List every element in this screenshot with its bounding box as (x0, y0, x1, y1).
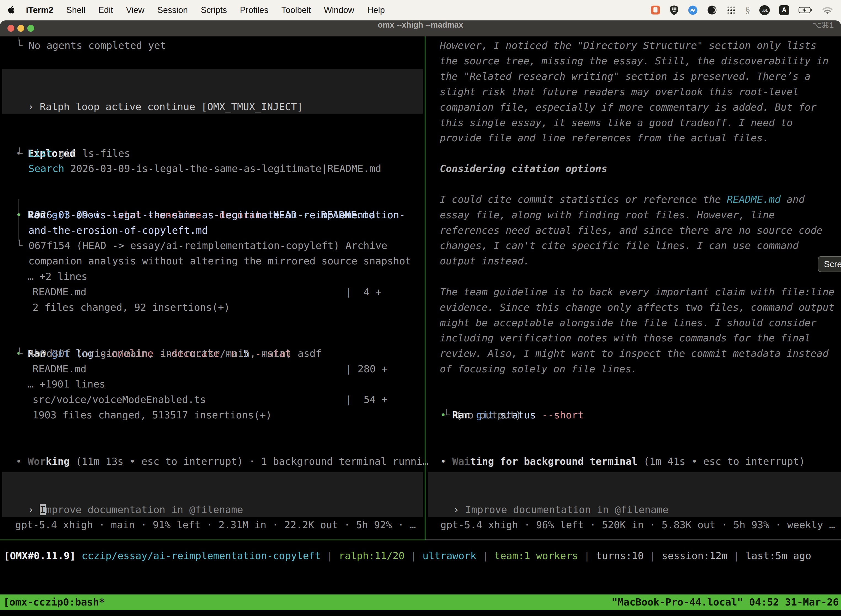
git-show-output-line-2: companion analysis without altering the … (28, 253, 411, 269)
window-shortcut-badge: ⌥⌘1 (812, 21, 834, 30)
git-show-arg-line-2: and-the-erosion-of-copyleft.md (28, 223, 208, 238)
menu-item-iterm2[interactable]: iTerm2 (26, 5, 53, 15)
thinking-para2-line5: output instead. (440, 253, 529, 269)
git-show-arg-line-1: 2026-03-09-is-legal-the-same-as-legitima… (28, 207, 405, 223)
chevron-icon: › (28, 101, 40, 112)
left-model-status-line: gpt-5.4 xhigh · main · 91% left · 2.31M … (15, 517, 416, 532)
right-model-status-line: gpt-5.4 xhigh · 96% left · 520K in · 5.8… (440, 517, 835, 532)
thinking-para1-line2: the source tree, missing the essay. Stil… (440, 53, 829, 69)
git-log-stat-count: | 280 + (346, 361, 388, 377)
inject-banner-text: Ralph loop active continue [OMX_TMUX_INJ… (40, 101, 303, 112)
thinking-para3-line4: including verification notes with those … (440, 330, 811, 346)
dark-crescent-icon[interactable] (707, 5, 717, 15)
thinking-para1-line7: provide file and line references from th… (440, 130, 769, 146)
explored-search-line: Search 2026-03-09-is-legal-the-same-as-l… (28, 161, 381, 176)
git-show-more-lines[interactable]: … +2 lines (28, 269, 88, 284)
omx-status-bar: [OMX#0.11.9] cczip/essay/ai-reimplementa… (4, 548, 811, 563)
git-log-stat-file-2: src/voice/voiceModeEnabled.ts (32, 392, 206, 407)
text-cursor: I (40, 504, 46, 515)
working-status-line: • Working (11m 13s • esc to interrupt) ·… (4, 438, 428, 469)
right-prompt-input[interactable]: › Improve documentation in @filename (428, 472, 841, 517)
thinking-para1-line5: companion file, especially if more comme… (440, 100, 816, 115)
waiting-label-bright: ting for background terminal (470, 456, 638, 467)
tmux-status-bar: [omx-cczip0:bash* "MacBook-Pro-44.local"… (0, 594, 841, 610)
right-pane-border (425, 540, 841, 540)
thinking-para2-line4: changes, I can't cite specific file line… (440, 238, 799, 253)
working-label-bright: king (46, 456, 70, 467)
thinking-para3-line3: might be acceptable alongside the file l… (440, 315, 816, 331)
thinking-para2-line2: essay file, along with finding root file… (440, 207, 775, 223)
thinking-para1-line1: However, I noticed the "Directory Struct… (440, 38, 816, 53)
menu-item-edit[interactable]: Edit (98, 5, 113, 15)
thinking-para2-line3: references need actual files, and since … (440, 223, 822, 238)
thinking-para3-line2: evidence. Since this change only affects… (440, 300, 834, 315)
git-show-stat-count: | 4 + (346, 284, 382, 300)
badge-61-icon[interactable]: ..61 (759, 5, 770, 15)
git-show-stat-file: README.md (32, 284, 86, 300)
waiting-label-dim: Wai (452, 456, 470, 467)
git-status-output: └ (no output) (444, 407, 522, 423)
working-detail: (11m 13s • esc to interrupt) · 1 backgro… (70, 456, 428, 467)
tmux-host-clock: "MacBook-Pro-44.local" 04:52 31-Mar-26 (611, 594, 839, 610)
thinking-para3-line5: review. Also, I might want to inspect th… (440, 346, 829, 361)
thinking-para2-line1: I could cite commit statistics or refere… (440, 192, 804, 207)
no-agents-line: └ No agents completed yet (16, 38, 166, 53)
menu-item-window[interactable]: Window (324, 5, 354, 15)
waiting-detail: (1m 41s • esc to interrupt) (638, 456, 805, 467)
screen-share-button[interactable]: Scre (818, 256, 841, 272)
dots-grid-icon[interactable] (726, 5, 736, 15)
shield-grid-icon[interactable] (670, 5, 678, 15)
left-prompt-input[interactable]: › Improve documentation in @filename (2, 472, 423, 517)
thinking-para1-line4: slight risk that future readers may over… (440, 84, 799, 100)
screen-share-label: Scre (824, 259, 841, 269)
prompt-chevron-icon: › (453, 504, 465, 515)
menu-items: iTerm2 Shell Edit View Session Scripts P… (26, 5, 385, 15)
thinking-para1-line6: this single essay, it seems like a good … (440, 115, 793, 131)
macos-menu-bar: iTerm2 Shell Edit View Session Scripts P… (0, 0, 841, 21)
wifi-icon[interactable] (822, 6, 833, 15)
explored-list-line: └ List git ls-files (16, 146, 130, 161)
git-log-stat-count-2: | 54 + (346, 392, 388, 407)
waiting-status-line: • Waiting for background terminal (1m 41… (428, 438, 805, 469)
menu-item-profiles[interactable]: Profiles (240, 5, 268, 15)
pane-divider[interactable] (425, 37, 425, 540)
tmux-session-label[interactable]: [omx-cczip0:bash* (3, 594, 105, 610)
git-log-stat-file: README.md (32, 361, 86, 377)
git-show-summary: 2 files changed, 92 insertions(+) (32, 300, 230, 315)
inject-banner: › Ralph loop active continue [OMX_TMUX_I… (2, 69, 423, 114)
window-title: omx --xhigh --madmax (0, 21, 841, 29)
menu-item-toolbelt[interactable]: Toolbelt (281, 5, 311, 15)
bullet-icon: • (440, 456, 452, 467)
thinking-para3-line1: The team guideline is to back every impo… (440, 284, 834, 300)
menu-item-shell[interactable]: Shell (66, 5, 85, 15)
bullet-icon: • (16, 456, 28, 467)
left-pane-border (0, 540, 425, 540)
thinking-section-heading: Considering citation options (440, 161, 607, 176)
window-title-bar: omx --xhigh --madmax ⌥⌘1 (0, 21, 841, 37)
prompt-placeholder: Improve documentation in @filename (465, 504, 668, 515)
apple-menu-icon[interactable] (8, 6, 15, 14)
chat-app-icon[interactable] (651, 5, 660, 15)
git-log-summary: 1903 files changed, 513517 insertions(+) (32, 407, 272, 423)
squiggle-icon[interactable]: § (746, 5, 750, 15)
menu-item-view[interactable]: View (126, 5, 145, 15)
menu-item-scripts[interactable]: Scripts (201, 5, 227, 15)
bullet-icon: • (16, 209, 28, 220)
working-label-dim: Wor (28, 456, 46, 467)
thinking-para3-line6: of focusing solely on file lines. (440, 361, 637, 377)
messenger-bolt-icon[interactable] (688, 5, 698, 15)
git-show-output-line-1: └ 067f154 (HEAD -> essay/ai-reimplementa… (16, 238, 387, 253)
menu-bar-status-icons: § ..61 A (651, 5, 833, 15)
input-source-icon[interactable]: A (779, 5, 789, 15)
menu-item-session[interactable]: Session (157, 5, 188, 15)
prompt-placeholder: mprove documentation in @filename (46, 504, 243, 515)
git-log-more-lines[interactable]: … +1901 lines (28, 377, 105, 392)
battery-icon[interactable] (799, 7, 812, 13)
prompt-chevron-icon: › (28, 504, 40, 515)
thinking-para1-line3: the "Related research writing" section i… (440, 69, 811, 84)
menu-item-help[interactable]: Help (367, 5, 385, 15)
git-log-output-line-1: └ 4b9d30f (origin/main, instructkr/main,… (16, 346, 321, 361)
